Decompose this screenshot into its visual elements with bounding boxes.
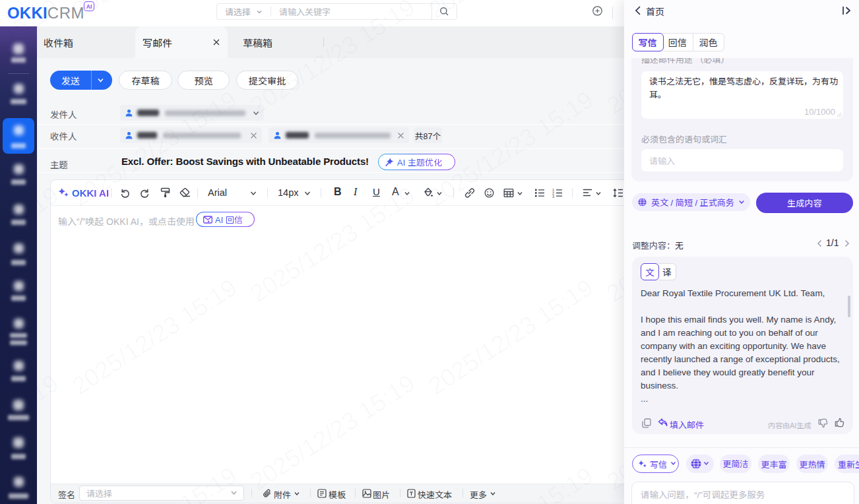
- svg-text:3: 3: [552, 195, 554, 198]
